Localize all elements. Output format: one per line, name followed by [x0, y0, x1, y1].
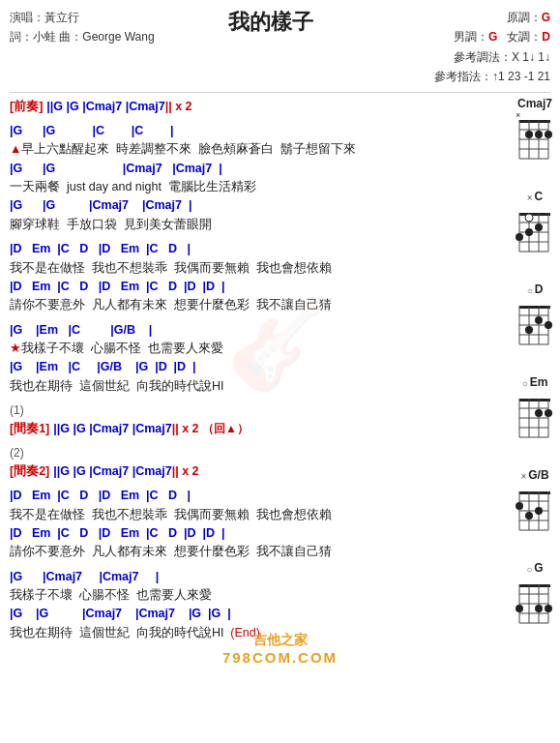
- female-key-value: D: [542, 30, 550, 44]
- svg-point-9: [525, 131, 533, 138]
- ch1-c1: |G |Em |C |G/B |: [10, 321, 152, 340]
- svg-point-36: [545, 321, 552, 329]
- svg-rect-38: [519, 399, 550, 401]
- pc1-l2: 請你不要意外 凡人都有未來 想要什麼色彩 我不讓自己猜: [10, 296, 332, 314]
- chord-g-name: G: [534, 561, 543, 575]
- female-key-label: 女調：: [507, 30, 542, 44]
- male-key-label: 男調：: [454, 30, 488, 44]
- singer-line: 演唱：黃立行: [10, 8, 155, 27]
- section-prechorus1: |D Em |C D |D Em |C D | 我不是在做怪 我也不想裝乖 我偶…: [10, 240, 471, 315]
- v1-l3: 腳穿球鞋 手放口袋 見到美女蕾眼開: [10, 216, 212, 234]
- main-content: [前奏] ||G |G |Cmaj7 |Cmaj7 || x 2 |G |G |…: [10, 98, 471, 643]
- header-divider: [10, 92, 550, 93]
- prechorus2-lyrics1: 我不是在做怪 我也不想裝乖 我偶而要無賴 我也會想依賴: [10, 506, 471, 524]
- interlude2-repeat: || x 2: [172, 462, 199, 481]
- chord-d-circle: ○: [527, 285, 533, 296]
- singer-value: 黃立行: [44, 11, 79, 24]
- verse1-lyrics2: 一天兩餐 just day and night 電腦比生活精彩: [10, 178, 471, 196]
- meta-right: 原調：G 男調：G 女調：D 參考調法：X 1↓ 1↓ 參考指法：↑1 23 -…: [386, 8, 550, 87]
- svg-point-71: [535, 605, 543, 612]
- v1-l2a: 一天兩餐 just day and night 電腦比生活精彩: [10, 178, 256, 196]
- capo-value: X 1↓ 1↓: [512, 50, 550, 64]
- svg-rect-0: [519, 120, 550, 123]
- interlude2-num: (2): [10, 444, 471, 462]
- chord-gb-diagram: [514, 484, 556, 534]
- chord-c-diagram: [514, 205, 556, 255]
- svg-point-25: [516, 233, 523, 241]
- svg-point-72: [545, 605, 552, 612]
- interlude1-c: ||G |G |Cmaj7 |Cmaj7: [53, 420, 171, 438]
- chorus2-lyrics1: 我樣子不壞 心腸不怪 也需要人來愛: [10, 586, 471, 605]
- interlude2-chords: [間奏2] ||G |G |Cmaj7 |Cmaj7 || x 2: [10, 462, 471, 481]
- pc2-l2: 請你不要意外 凡人都有未來 想要什麼色彩 我不讓自己猜: [10, 543, 332, 561]
- ch1-l2: 我也在期待 這個世紀 向我的時代說HI: [10, 377, 223, 396]
- chord-gb-name: G/B: [528, 468, 548, 482]
- watermark-site-text: 798COM.COM: [222, 649, 338, 666]
- svg-point-60: [525, 512, 533, 520]
- page-container: 🎸 演唱：黃立行 詞：小蛙 曲：George Wang 我的樣子 原調：G 男調…: [0, 0, 560, 687]
- verse1-chords2: |G |G |Cmaj7 |Cmaj7 |: [10, 160, 471, 178]
- interlude2-c: ||G |G |Cmaj7 |Cmaj7: [53, 462, 171, 481]
- interlude1-repeat: || x 2: [172, 420, 202, 438]
- pc2-c2: |D Em |C D |D Em |C D |D |D |: [10, 524, 224, 543]
- original-key-label: 原調：: [507, 11, 542, 24]
- svg-text:×: ×: [516, 112, 520, 120]
- interlude1-label: [間奏1]: [10, 420, 49, 438]
- prechorus2-lyrics2: 請你不要意外 凡人都有未來 想要什麼色彩 我不讓自己猜: [10, 543, 471, 561]
- svg-point-58: [516, 502, 523, 510]
- chorus1-chords2: |G |Em |C |G/B |G |D |D |: [10, 358, 471, 376]
- male-key-value: G: [488, 30, 497, 44]
- v1-c1: |G |G |C |C |: [10, 122, 174, 140]
- ch2-l2: 我也在期待 這個世紀 向我的時代說HI: [10, 624, 230, 642]
- ch2-c2: |G |G |Cmaj7 |Cmaj7 |G |G |: [10, 605, 231, 623]
- svg-point-59: [535, 507, 543, 515]
- chord-g: ○ G: [514, 561, 556, 627]
- section-verse1: |G |G |C |C | ▲ 早上六點醒起來 時差調整不來 臉色頰麻蒼白 鬍子…: [10, 122, 471, 234]
- section-intro: [前奏] ||G |G |Cmaj7 |Cmaj7 || x 2: [10, 98, 471, 116]
- fingering-label: 參考指法：: [434, 70, 492, 83]
- chord-gb: × G/B: [514, 468, 556, 534]
- ch2-l1: 我樣子不壞 心腸不怪 也需要人來愛: [10, 586, 212, 605]
- prechorus2-chords1: |D Em |C D |D Em |C D |: [10, 487, 471, 505]
- original-key-value: G: [542, 11, 550, 24]
- pc1-c2: |D Em |C D |D Em |C D |D |D |: [10, 278, 224, 296]
- prechorus2-chords2: |D Em |C D |D Em |C D |D |D |: [10, 524, 471, 543]
- chorus2-chords1: |G |Cmaj7 |Cmaj7 |: [10, 568, 471, 586]
- interlude1-num: (1): [10, 401, 471, 420]
- capo-line: 參考調法：X 1↓ 1↓: [386, 47, 550, 67]
- svg-rect-26: [519, 306, 550, 309]
- meta-left: 演唱：黃立行 詞：小蛙 曲：George Wang: [10, 8, 155, 47]
- intro-chords: ||G |G |Cmaj7 |Cmaj7: [46, 98, 164, 116]
- interlude2-label: [間奏2]: [10, 462, 49, 481]
- svg-point-10: [535, 131, 543, 138]
- svg-rect-61: [519, 584, 550, 587]
- key-line: 原調：G: [386, 8, 550, 27]
- svg-point-35: [535, 316, 543, 324]
- svg-point-48: [545, 409, 552, 417]
- chord-em: ○ Em: [514, 375, 556, 441]
- song-title: 我的樣子: [155, 8, 386, 37]
- verse1-chords3: |G |G |Cmaj7 |Cmaj7 |: [10, 196, 471, 215]
- capo-label: 參考調法：: [454, 50, 512, 64]
- interlude1-back: （回▲）: [202, 420, 249, 438]
- ch1-l1: 我樣子不壞 心腸不怪 也需要人來愛: [21, 340, 223, 358]
- chord-c-x: ×: [527, 193, 533, 203]
- chorus1-lyrics1: ★ 我樣子不壞 心腸不怪 也需要人來愛: [10, 340, 471, 358]
- chorus2-chords2: |G |G |Cmaj7 |Cmaj7 |G |G |: [10, 605, 471, 623]
- v1-l1: 早上六點醒起來 時差調整不來 臉色頰麻蒼白 鬍子想留下來: [21, 140, 356, 159]
- chord-cmaj7-diagram: ×: [514, 112, 556, 163]
- chord-c: × C: [514, 190, 556, 255]
- verse1-lyrics1: ▲ 早上六點醒起來 時差調整不來 臉色頰麻蒼白 鬍子想留下來: [10, 140, 471, 159]
- svg-point-23: [535, 223, 543, 231]
- verse1-lyrics3: 腳穿球鞋 手放口袋 見到美女蕾眼開: [10, 216, 471, 234]
- svg-point-11: [545, 131, 552, 138]
- chord-g-circle: ○: [526, 564, 532, 575]
- prechorus1-lyrics1: 我不是在做怪 我也不想裝乖 我偶而要無賴 我也會想依賴: [10, 259, 471, 278]
- intro-repeat: || x 2: [165, 98, 192, 116]
- header: 演唱：黃立行 詞：小蛙 曲：George Wang 我的樣子 原調：G 男調：G…: [10, 8, 550, 87]
- chord-g-diagram: [514, 577, 556, 627]
- svg-point-47: [535, 409, 543, 417]
- pc2-l1: 我不是在做怪 我也不想裝乖 我偶而要無賴 我也會想依賴: [10, 506, 332, 524]
- chord-cmaj7-name: Cmaj7: [517, 97, 552, 110]
- interlude2-label-num: (2): [10, 444, 24, 462]
